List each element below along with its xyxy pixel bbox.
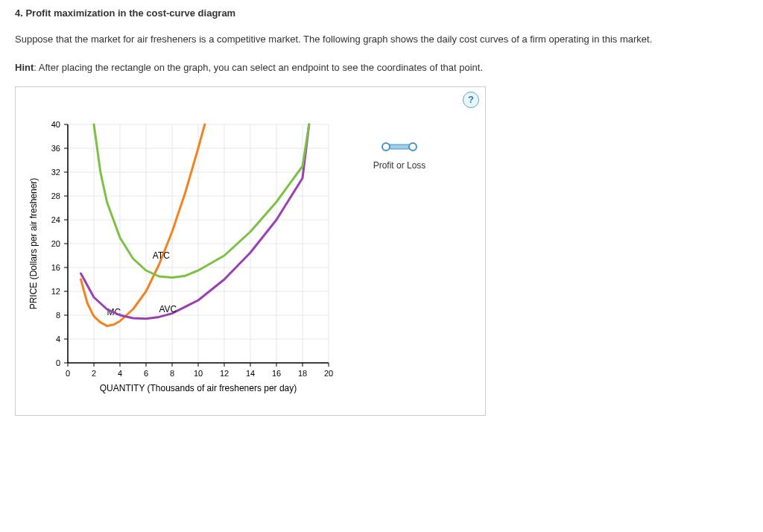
x-axis-label: QUANTITY (Thousands of air fresheners pe… (100, 383, 297, 393)
hint-label: Hint (15, 62, 34, 73)
y-tick-label: 32 (51, 168, 60, 177)
hint-text: : After placing the rectangle on the gra… (34, 62, 483, 73)
svg-point-47 (382, 143, 390, 151)
svg-point-48 (409, 143, 417, 151)
y-tick-label: 40 (51, 120, 60, 129)
profit-loss-label: Profit or Loss (366, 160, 433, 171)
help-icon[interactable]: ? (463, 92, 479, 108)
y-tick-label: 0 (56, 358, 60, 367)
x-tick-label: 0 (66, 369, 70, 378)
question-body: Suppose that the market for air freshene… (15, 32, 748, 47)
x-tick-label: 8 (170, 369, 174, 378)
cost-curve-chart[interactable]: 024681012141618200481216202428323640MCAV… (23, 117, 336, 400)
graph-panel: ? 024681012141618200481216202428323640MC… (15, 86, 486, 416)
profit-loss-tool[interactable]: Profit or Loss (366, 139, 433, 171)
x-tick-label: 2 (92, 369, 96, 378)
y-tick-label: 20 (51, 239, 60, 248)
chart-area[interactable]: 024681012141618200481216202428323640MCAV… (23, 117, 336, 400)
y-tick-label: 4 (56, 335, 60, 343)
x-tick-label: 18 (298, 369, 307, 378)
x-tick-label: 12 (220, 369, 229, 378)
y-tick-label: 24 (51, 215, 60, 224)
y-tick-label: 12 (51, 287, 60, 296)
curve-mc (81, 124, 205, 326)
x-tick-label: 4 (118, 369, 122, 378)
curve-label-atc: ATC (153, 250, 170, 261)
question-title: 4. Profit maximization in the cost-curve… (15, 7, 748, 19)
x-tick-label: 16 (272, 369, 281, 378)
x-tick-label: 6 (144, 369, 148, 378)
x-tick-label: 20 (324, 369, 333, 378)
y-axis-label: PRICE (Dollars per air freshener) (28, 177, 39, 309)
y-tick-label: 28 (51, 191, 60, 200)
curve-label-avc: AVC (159, 304, 177, 314)
y-tick-label: 16 (51, 263, 60, 272)
x-tick-label: 10 (194, 369, 203, 378)
y-tick-label: 8 (56, 311, 60, 320)
rectangle-tool-icon (379, 139, 420, 154)
legend-area: Profit or Loss (336, 117, 478, 400)
hint-line: Hint: After placing the rectangle on the… (15, 62, 748, 73)
x-tick-label: 14 (246, 369, 255, 378)
y-tick-label: 36 (51, 144, 60, 153)
